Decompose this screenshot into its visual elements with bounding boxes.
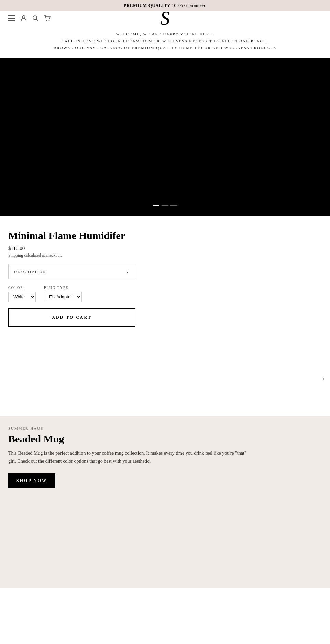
- color-option-group: COLOR White Black Beige: [8, 286, 36, 302]
- add-to-cart-button[interactable]: ADD TO CART: [8, 308, 135, 327]
- banner-text: PREMIUM QUALITY 100% Guaranteed: [123, 3, 206, 8]
- hero-dot-3[interactable]: [170, 205, 177, 206]
- welcome-line3: BROWSE OUR VAST CATALOG OF PREMIUM QUALI…: [28, 45, 302, 52]
- plug-option-group: PLUG TYPE EU Adapter US Adapter UK Adapt…: [44, 286, 82, 302]
- plug-label: PLUG TYPE: [44, 286, 82, 290]
- svg-point-7: [49, 20, 50, 21]
- welcome-section: WELCOME, WE ARE HAPPY YOU'RE HERE. FALL …: [0, 25, 330, 58]
- hero-dots: [153, 205, 177, 206]
- shipping-note: calculated at checkout.: [24, 253, 62, 258]
- svg-rect-1: [8, 18, 15, 19]
- chevron-down-icon: ⌄: [126, 269, 130, 274]
- product-title: Minimal Flame Humidifer: [8, 230, 322, 241]
- svg-rect-0: [8, 15, 15, 16]
- banner-bold: PREMIUM QUALITY: [123, 3, 170, 8]
- description-label: DESCRIPTION: [14, 270, 46, 274]
- options-row: COLOR White Black Beige PLUG TYPE EU Ada…: [8, 286, 322, 302]
- cart-icon[interactable]: [44, 15, 51, 21]
- welcome-line2: FALL IN LOVE WITH OUR DREAM HOME & WELLN…: [28, 38, 302, 45]
- banner-normal: 100% Guaranteed: [170, 3, 207, 8]
- svg-rect-2: [8, 20, 15, 21]
- hero-dot-1[interactable]: [153, 205, 160, 206]
- product-shipping: Shipping calculated at checkout.: [8, 253, 322, 258]
- hero-dot-2[interactable]: [162, 205, 168, 206]
- shipping-link[interactable]: Shipping: [8, 253, 23, 258]
- site-logo[interactable]: S: [160, 9, 170, 28]
- promo-description: This Beaded Mug is the perfect addition …: [8, 450, 249, 465]
- search-icon[interactable]: [32, 15, 38, 21]
- promo-title: Beaded Mug: [8, 433, 322, 445]
- product-section: Minimal Flame Humidifer $110.00 Shipping…: [0, 216, 330, 340]
- promo-section: SUMMER HAUS Beaded Mug This Beaded Mug i…: [0, 416, 330, 502]
- welcome-line1: WELCOME, WE ARE HAPPY YOU'RE HERE.: [28, 31, 302, 38]
- svg-point-6: [46, 20, 47, 21]
- bottom-space: [0, 502, 330, 588]
- menu-icon[interactable]: [8, 15, 15, 21]
- color-label: COLOR: [8, 286, 36, 290]
- svg-point-3: [23, 16, 25, 18]
- svg-line-5: [36, 19, 38, 21]
- navigation: S: [0, 11, 330, 25]
- nav-icons-left: [8, 15, 51, 21]
- carousel-section: ›: [0, 340, 330, 416]
- user-icon[interactable]: [21, 15, 27, 21]
- plug-select[interactable]: EU Adapter US Adapter UK Adapter: [44, 292, 82, 302]
- carousel-next-arrow[interactable]: ›: [322, 374, 324, 382]
- hero-image: [0, 58, 330, 216]
- shop-now-button[interactable]: SHOP NOW: [8, 473, 55, 488]
- svg-point-4: [33, 16, 37, 20]
- product-price: $110.00: [8, 246, 322, 251]
- description-accordion[interactable]: DESCRIPTION ⌄: [8, 264, 135, 279]
- promo-brand: SUMMER HAUS: [8, 426, 322, 430]
- color-select[interactable]: White Black Beige: [8, 292, 36, 302]
